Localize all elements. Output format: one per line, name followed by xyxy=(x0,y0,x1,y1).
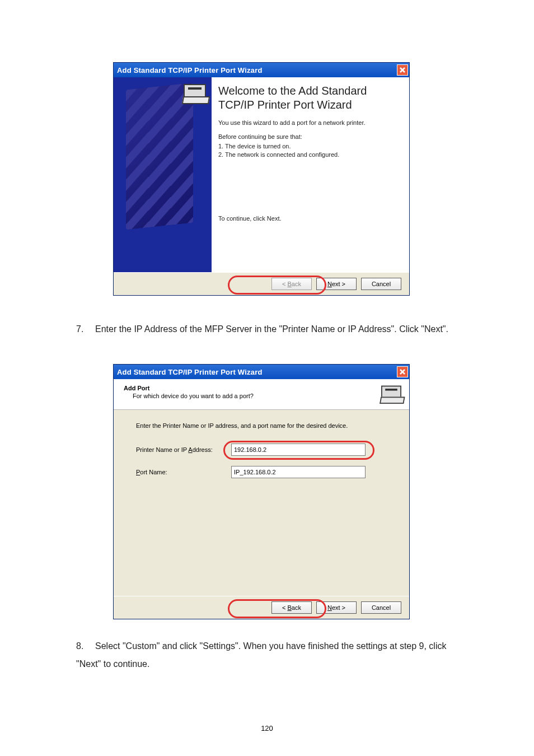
button-row: < Back Next > Cancel xyxy=(114,272,409,295)
wizard-header-title: Add Port xyxy=(124,385,254,391)
wizard-welcome-text: Welcome to the Add Standard TCP/IP Print… xyxy=(212,77,409,272)
wizard-header-text: Add Port For which device do you want to… xyxy=(124,385,254,399)
wizard-addport-body: Enter the Printer Name or IP address, an… xyxy=(114,410,409,596)
wizard-bullet-2: 2. The network is connected and configur… xyxy=(218,151,399,159)
page-number: 120 xyxy=(0,724,534,732)
printer-address-row: Printer Name or IP Address: xyxy=(136,444,395,456)
wizard-before: Before continuing be sure that: xyxy=(218,133,399,141)
back-button[interactable]: < Back xyxy=(271,601,312,614)
doc-step-8: 8.Select "Custom" and click "Settings". … xyxy=(76,637,457,673)
step8-text: Select "Custom" and click "Settings". Wh… xyxy=(76,641,446,669)
printer-address-label: Printer Name or IP Address: xyxy=(136,446,231,453)
port-name-input[interactable] xyxy=(231,466,366,478)
close-icon[interactable] xyxy=(397,64,408,76)
printer-icon xyxy=(184,84,206,102)
titlebar[interactable]: Add Standard TCP/IP Printer Port Wizard xyxy=(114,365,409,379)
wizard-addport-dialog: Add Standard TCP/IP Printer Port Wizard … xyxy=(113,364,410,619)
wizard-welcome-dialog: Add Standard TCP/IP Printer Port Wizard … xyxy=(113,62,410,296)
wizard-heading: Welcome to the Add Standard TCP/IP Print… xyxy=(218,84,399,112)
port-name-row: Port Name: xyxy=(136,466,395,478)
wizard-header-sub: For which device do you want to add a po… xyxy=(133,393,254,399)
page: Add Standard TCP/IP Printer Port Wizard … xyxy=(0,0,534,756)
back-button: < Back xyxy=(271,278,312,290)
wizard-intro: You use this wizard to add a port for a … xyxy=(218,119,399,127)
wizard-bullet-1: 1. The device is turned on. xyxy=(218,142,399,151)
list-marker: 8. xyxy=(76,637,95,655)
printer-icon xyxy=(381,386,401,402)
close-icon[interactable] xyxy=(397,366,408,377)
wizard-welcome-body: Welcome to the Add Standard TCP/IP Print… xyxy=(114,77,409,272)
wizard-header: Add Port For which device do you want to… xyxy=(114,379,409,410)
wizard-sidebar-art xyxy=(114,77,212,272)
wizard-continue: To continue, click Next. xyxy=(218,214,399,223)
button-row: < Back Next > Cancel xyxy=(114,596,409,619)
addport-instruction: Enter the Printer Name or IP address, an… xyxy=(136,422,395,429)
next-button[interactable]: Next > xyxy=(316,601,357,614)
list-marker: 7. xyxy=(76,320,95,338)
cancel-button[interactable]: Cancel xyxy=(361,601,401,614)
titlebar-text: Add Standard TCP/IP Printer Port Wizard xyxy=(117,368,263,376)
cancel-button[interactable]: Cancel xyxy=(361,278,401,290)
titlebar[interactable]: Add Standard TCP/IP Printer Port Wizard xyxy=(114,63,409,77)
port-name-label: Port Name: xyxy=(136,469,231,475)
doc-step-7: 7.Enter the IP Address of the MFP Server… xyxy=(76,320,457,338)
titlebar-text: Add Standard TCP/IP Printer Port Wizard xyxy=(117,66,263,74)
next-button[interactable]: Next > xyxy=(316,278,357,290)
printer-address-input[interactable] xyxy=(231,444,366,456)
step7-text: Enter the IP Address of the MFP Server i… xyxy=(95,324,448,334)
